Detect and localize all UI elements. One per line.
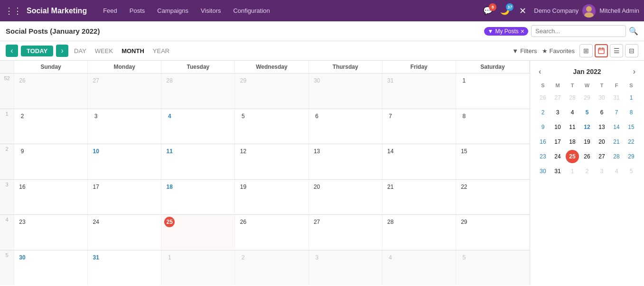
calendar-cell[interactable]: 13: [309, 144, 383, 179]
mini-cal-day[interactable]: 31: [551, 165, 564, 178]
apps-icon[interactable]: ⋮⋮: [5, 6, 22, 16]
menu-visitors[interactable]: Visitors: [195, 4, 226, 17]
mini-cal-next[interactable]: ›: [630, 66, 638, 77]
calendar-cell[interactable]: 6: [309, 109, 383, 144]
menu-feed[interactable]: Feed: [97, 4, 123, 17]
calendar-cell[interactable]: 23: [14, 215, 88, 250]
grid-view-button[interactable]: ⊟: [625, 44, 638, 57]
calendar-cell[interactable]: 26: [14, 74, 88, 109]
filters-button[interactable]: ▼ Filters: [512, 47, 537, 55]
mini-cal-day[interactable]: 3: [595, 165, 608, 178]
calendar-cell[interactable]: 31: [88, 250, 161, 286]
mini-cal-day[interactable]: 31: [610, 91, 623, 104]
calendar-cell[interactable]: 24: [88, 215, 161, 250]
today-button[interactable]: TODAY: [21, 46, 53, 56]
kanban-view-button[interactable]: ⊞: [579, 44, 593, 57]
calendar-cell[interactable]: 10: [88, 144, 161, 179]
calendar-view-button[interactable]: [595, 44, 608, 57]
calendar-cell[interactable]: 11: [161, 144, 235, 179]
calendar-cell[interactable]: 27: [88, 74, 161, 109]
mini-cal-day[interactable]: 2: [536, 106, 550, 119]
calendar-cell[interactable]: 28: [383, 215, 456, 250]
mini-cal-day[interactable]: 5: [580, 106, 594, 119]
calendar-cell[interactable]: 19: [235, 180, 308, 215]
calendar-cell[interactable]: 20: [309, 180, 383, 215]
mini-cal-day[interactable]: 21: [610, 135, 623, 148]
mini-cal-day[interactable]: 27: [551, 91, 564, 104]
week-view-button[interactable]: WEEK: [92, 46, 116, 56]
mini-cal-day[interactable]: 11: [566, 120, 579, 134]
calendar-cell[interactable]: 12: [235, 144, 308, 179]
search-input[interactable]: [531, 25, 626, 37]
calendar-cell[interactable]: 5: [235, 109, 308, 144]
calendar-cell[interactable]: 29: [235, 74, 308, 109]
mini-cal-prev[interactable]: ‹: [536, 66, 544, 77]
mini-cal-day[interactable]: 20: [595, 135, 608, 148]
mini-cal-day[interactable]: 18: [566, 135, 579, 148]
calendar-cell[interactable]: 18: [161, 180, 235, 215]
mini-cal-day[interactable]: 29: [580, 91, 594, 104]
calendar-cell[interactable]: 26: [235, 215, 308, 250]
calendar-cell[interactable]: 9: [14, 144, 88, 179]
menu-campaigns[interactable]: Campaigns: [151, 4, 194, 17]
calendar-cell[interactable]: 2: [14, 109, 88, 144]
mini-cal-day[interactable]: 1: [625, 91, 638, 104]
mini-cal-day[interactable]: 16: [536, 135, 550, 148]
calendar-cell[interactable]: 8: [456, 109, 530, 144]
calendar-cell[interactable]: 15: [456, 144, 530, 179]
search-button[interactable]: 🔍: [629, 27, 638, 36]
calendar-cell[interactable]: 3: [88, 109, 161, 144]
calendar-cell[interactable]: 1: [161, 250, 235, 286]
calendar-cell[interactable]: 17: [88, 180, 161, 215]
mini-cal-day[interactable]: 25: [566, 150, 579, 163]
mini-cal-day[interactable]: 19: [580, 135, 594, 148]
mini-cal-day[interactable]: 6: [595, 106, 608, 119]
calendar-cell[interactable]: 3: [309, 250, 383, 286]
mini-cal-day[interactable]: 30: [595, 91, 608, 104]
calendar-cell[interactable]: 25: [161, 215, 235, 250]
menu-configuration[interactable]: Configuration: [227, 4, 275, 17]
mini-cal-day[interactable]: 27: [595, 150, 608, 163]
favorites-button[interactable]: ★ Favorites: [542, 47, 575, 55]
mini-cal-day[interactable]: 2: [580, 165, 594, 178]
my-posts-filter-tag[interactable]: ▼ My Posts ×: [484, 27, 528, 36]
mini-cal-day[interactable]: 10: [551, 120, 564, 134]
menu-posts[interactable]: Posts: [124, 4, 151, 17]
mini-cal-day[interactable]: 5: [625, 165, 638, 178]
calendar-cell[interactable]: 14: [383, 144, 456, 179]
calendar-cell[interactable]: 4: [383, 250, 456, 286]
prev-period-button[interactable]: ‹: [6, 45, 18, 57]
mini-cal-day[interactable]: 15: [625, 120, 638, 134]
mini-cal-day[interactable]: 13: [595, 120, 608, 134]
mini-cal-day[interactable]: 14: [610, 120, 623, 134]
mini-cal-day[interactable]: 23: [536, 150, 550, 163]
filter-tag-remove[interactable]: ×: [521, 28, 524, 35]
calendar-cell[interactable]: 30: [14, 250, 88, 286]
mini-cal-day[interactable]: 26: [580, 150, 594, 163]
calendar-cell[interactable]: 21: [383, 180, 456, 215]
calendar-cell[interactable]: 1: [456, 74, 530, 109]
calendar-cell[interactable]: 27: [309, 215, 383, 250]
notifications-button[interactable]: 💬8: [481, 4, 495, 17]
mini-cal-day[interactable]: 22: [625, 135, 638, 148]
mini-cal-day[interactable]: 4: [566, 106, 579, 119]
calendar-cell[interactable]: 16: [14, 180, 88, 215]
calendar-cell[interactable]: 28: [161, 74, 235, 109]
mini-cal-day[interactable]: 26: [536, 91, 550, 104]
day-view-button[interactable]: DAY: [71, 46, 89, 56]
mini-cal-day[interactable]: 3: [551, 106, 564, 119]
mini-cal-day[interactable]: 8: [625, 106, 638, 119]
calendar-cell[interactable]: 30: [309, 74, 383, 109]
mini-cal-day[interactable]: 30: [536, 165, 550, 178]
calendar-cell[interactable]: 22: [456, 180, 530, 215]
year-view-button[interactable]: YEAR: [150, 46, 172, 56]
calendar-cell[interactable]: 7: [383, 109, 456, 144]
mini-cal-day[interactable]: 7: [610, 106, 623, 119]
mini-cal-day[interactable]: 28: [610, 150, 623, 163]
calendar-cell[interactable]: 29: [456, 215, 530, 250]
mini-cal-day[interactable]: 28: [566, 91, 579, 104]
messages-button[interactable]: 🌙37: [498, 4, 512, 17]
mini-cal-day[interactable]: 9: [536, 120, 550, 134]
next-period-button[interactable]: ›: [56, 45, 68, 57]
mini-cal-day[interactable]: 24: [551, 150, 564, 163]
